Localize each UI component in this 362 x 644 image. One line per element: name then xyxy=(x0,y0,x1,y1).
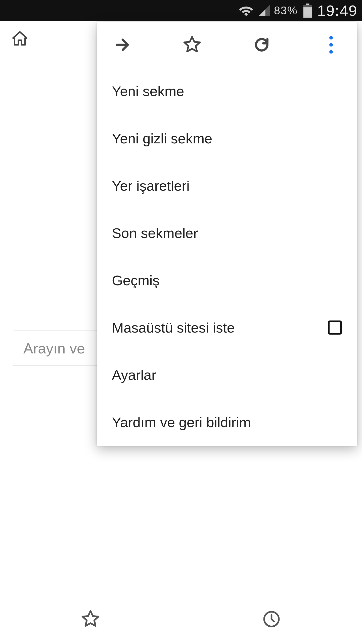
desktop-site-checkbox[interactable] xyxy=(328,320,342,335)
battery-icon xyxy=(303,4,313,18)
menu-item-new-incognito-tab[interactable]: Yeni gizli sekme xyxy=(97,115,357,162)
bookmark-star-icon[interactable] xyxy=(182,35,202,55)
menu-item-label: Geçmiş xyxy=(112,272,160,289)
clock: 19:49 xyxy=(317,2,357,19)
svg-rect-2 xyxy=(303,7,312,18)
menu-item-label: Yeni sekme xyxy=(112,83,184,99)
clock-outline-icon[interactable] xyxy=(262,609,281,629)
forward-icon[interactable] xyxy=(113,35,132,55)
svg-rect-0 xyxy=(306,4,309,5)
battery-percent: 83% xyxy=(274,4,298,17)
menu-item-settings[interactable]: Ayarlar xyxy=(97,351,357,398)
more-vert-icon[interactable] xyxy=(321,35,341,55)
star-outline-icon[interactable] xyxy=(81,609,100,629)
menu-item-label: Yeni gizli sekme xyxy=(112,130,212,147)
menu-item-new-tab[interactable]: Yeni sekme xyxy=(97,67,357,115)
bottom-bar xyxy=(0,538,362,644)
menu-item-label: Ayarlar xyxy=(112,367,156,383)
overflow-menu: Yeni sekme Yeni gizli sekme Yer işaretle… xyxy=(97,22,357,446)
search-placeholder: Arayın ve xyxy=(23,340,85,357)
menu-item-request-desktop-site[interactable]: Masaüstü sitesi iste xyxy=(97,304,357,351)
menu-item-label: Son sekmeler xyxy=(112,225,198,241)
menu-item-label: Yardım ve geri bildirim xyxy=(112,414,251,430)
home-icon[interactable] xyxy=(10,29,30,49)
menu-item-bookmarks[interactable]: Yer işaretleri xyxy=(97,162,357,209)
wifi-icon xyxy=(239,5,253,16)
signal-icon xyxy=(258,5,270,16)
menu-item-label: Masaüstü sitesi iste xyxy=(112,319,235,336)
menu-item-help-feedback[interactable]: Yardım ve geri bildirim xyxy=(97,398,357,446)
status-bar: 83% 19:49 xyxy=(0,0,362,21)
menu-item-recent-tabs[interactable]: Son sekmeler xyxy=(97,209,357,257)
menu-item-history[interactable]: Geçmiş xyxy=(97,257,357,304)
menu-item-label: Yer işaretleri xyxy=(112,178,190,194)
reload-icon[interactable] xyxy=(252,35,272,55)
menu-icon-row xyxy=(97,22,357,67)
